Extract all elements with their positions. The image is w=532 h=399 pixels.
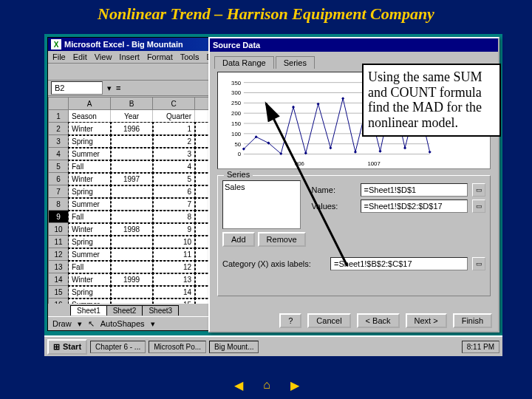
series-group: Series Sales Add Remove Name: <box>217 175 491 296</box>
tab-sheet1[interactable]: Sheet1 <box>70 305 107 316</box>
task-excel[interactable]: Big Mount... <box>209 341 259 353</box>
cancel-button[interactable]: Cancel <box>307 313 350 328</box>
tab-sheet3[interactable]: Sheet3 <box>142 305 179 316</box>
menu-file[interactable]: File <box>52 52 66 61</box>
svg-text:350: 350 <box>231 80 241 86</box>
wizard-titlebar: Source Data <box>210 38 498 52</box>
tab-data-range[interactable]: Data Range <box>214 56 274 69</box>
taskbar[interactable]: ⊞ Start Chapter 6 - ... Microsoft Po... … <box>44 335 502 356</box>
svg-text:006: 006 <box>295 160 304 167</box>
sheet-tabs[interactable]: Sheet1 Sheet2 Sheet3 <box>48 304 178 317</box>
menu-tools[interactable]: Tools <box>180 52 200 61</box>
svg-text:250: 250 <box>231 100 241 106</box>
start-label: Start <box>63 342 81 351</box>
series-listbox[interactable]: Sales <box>222 180 301 229</box>
svg-text:50: 50 <box>234 141 241 148</box>
svg-text:1007: 1007 <box>368 160 381 167</box>
finish-button[interactable]: Finish <box>453 313 492 328</box>
values-label: Values: <box>312 202 356 211</box>
dropdown-icon[interactable]: ▾ <box>107 83 112 93</box>
tab-sheet2[interactable]: Sheet2 <box>106 305 143 316</box>
task-powerpoint[interactable]: Microsoft Po... <box>149 341 206 353</box>
back-button[interactable]: < Back <box>357 313 400 328</box>
task-word[interactable]: Chapter 6 - ... <box>90 341 146 353</box>
menu-insert[interactable]: Insert <box>119 52 140 61</box>
prev-slide-button[interactable]: ◀ <box>229 377 248 393</box>
slide-nav: ◀ ⌂ ▶ <box>229 377 304 393</box>
arrow-icon[interactable]: ↖ <box>88 319 95 329</box>
equals-label: = <box>116 83 120 92</box>
draw-menu[interactable]: Draw <box>52 319 72 328</box>
catx-field[interactable]: =Sheet1!$B$2:$C$17 <box>330 257 468 270</box>
start-button[interactable]: ⊞ Start <box>47 339 87 355</box>
svg-text:150: 150 <box>231 120 241 127</box>
menu-format[interactable]: Format <box>147 52 173 61</box>
menu-view[interactable]: View <box>95 52 112 61</box>
name-field[interactable]: =Sheet1!$D$1 <box>361 183 468 197</box>
next-button[interactable]: Next > <box>406 313 447 328</box>
home-button[interactable]: ⌂ <box>257 377 276 393</box>
catx-label: Category (X) axis labels: <box>222 259 326 268</box>
autoshapes-menu[interactable]: AutoShapes <box>100 319 145 328</box>
svg-text:100: 100 <box>231 131 241 137</box>
windows-icon: ⊞ <box>53 342 60 352</box>
svg-text:0: 0 <box>238 151 241 157</box>
name-label: Name: <box>312 185 356 194</box>
excel-icon: X <box>51 39 61 50</box>
clock: 8:11 PM <box>462 341 499 353</box>
remove-button[interactable]: Remove <box>258 232 306 247</box>
svg-text:200: 200 <box>231 110 241 117</box>
slide-title: Nonlinear Trend – Harrison Equipment Com… <box>0 0 532 31</box>
range-picker-icon[interactable]: ▭ <box>472 183 485 197</box>
add-button[interactable]: Add <box>222 232 255 247</box>
next-slide-button[interactable]: ▶ <box>285 377 304 393</box>
range-picker-icon[interactable]: ▭ <box>472 257 485 270</box>
name-box[interactable]: B2 <box>51 81 103 95</box>
menu-edit[interactable]: Edit <box>73 52 87 61</box>
callout: Using the same SUM and COUNT formula fin… <box>362 64 501 137</box>
excel-title: Microsoft Excel - Big Mountain <box>64 40 183 49</box>
values-field[interactable]: =Sheet1!$D$2:$D$17 <box>361 200 468 213</box>
help-button[interactable]: ? <box>279 313 301 328</box>
tab-series[interactable]: Series <box>276 56 315 69</box>
wizard-title: Source Data <box>213 41 260 50</box>
series-label: Series <box>224 170 253 179</box>
svg-text:300: 300 <box>231 89 241 96</box>
range-picker-icon[interactable]: ▭ <box>472 200 485 213</box>
